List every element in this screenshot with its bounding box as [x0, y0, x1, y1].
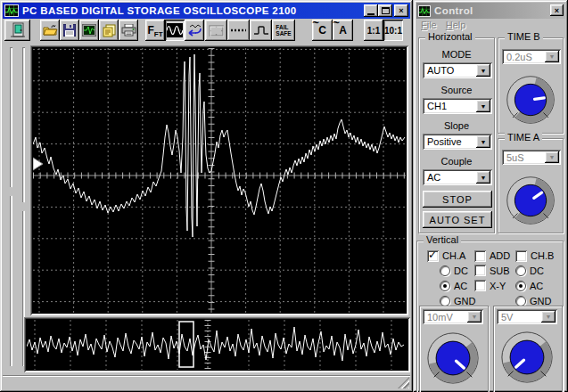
time-b-knob[interactable] [505, 74, 556, 126]
volts-b-knob[interactable] [499, 330, 555, 385]
display-button[interactable] [79, 20, 99, 41]
chb-dc-radio[interactable] [515, 265, 526, 276]
couple-combobox[interactable]: AC ▼ [423, 169, 492, 185]
volts-a-knob[interactable] [425, 331, 481, 386]
chevron-down-icon: ▼ [481, 175, 487, 181]
maximize-icon [382, 7, 390, 14]
mode-label: MODE [419, 49, 494, 60]
slope-combo-arrow[interactable]: ▼ [476, 135, 490, 148]
menu-file[interactable]: File [421, 20, 437, 30]
calibrate-a-label: ~A [339, 24, 347, 37]
pulse-icon [253, 24, 269, 37]
time-a-combo-arrow[interactable]: ▼ [545, 151, 559, 163]
time-b-combo-arrow[interactable]: ▼ [545, 51, 559, 62]
sub-label: SUB [490, 265, 510, 276]
close-button[interactable]: × [394, 4, 408, 17]
source-label: Source [419, 85, 494, 95]
couple-combo-arrow[interactable]: ▼ [476, 171, 490, 184]
control-title: Control [434, 5, 473, 16]
cha-label: CH.A [442, 250, 465, 261]
return-arrow-icon [186, 23, 202, 37]
sub-checkbox[interactable]: ✓ [474, 265, 486, 276]
source-combobox[interactable]: CH1 ▼ [423, 98, 492, 114]
volts-b-combobox[interactable]: 5V ▼ [497, 309, 557, 324]
stop-button[interactable]: STOP [423, 191, 492, 208]
zoom-window-selector[interactable] [179, 322, 193, 367]
preview-graticule [27, 320, 407, 370]
control-titlebar[interactable]: Control × [416, 3, 565, 19]
control-menubar: File Help [421, 20, 474, 30]
minimize-button[interactable] [364, 4, 378, 17]
main-display-graticule [33, 48, 406, 313]
chb-dc-label: DC [530, 265, 544, 276]
chevron-down-icon: ▼ [546, 314, 552, 320]
trigger-level-marker[interactable] [33, 158, 43, 170]
time-a-combobox[interactable]: 5uS ▼ [502, 150, 561, 165]
chevron-down-icon: ▼ [549, 53, 556, 60]
chb-label: CH.B [531, 250, 554, 261]
time-a-knob[interactable] [505, 175, 556, 226]
print-button[interactable] [119, 20, 138, 41]
time-b-combobox[interactable]: 0.2uS ▼ [502, 49, 561, 64]
time-b-label: TIME B [505, 31, 543, 42]
chevron-down-icon: ▼ [549, 154, 556, 160]
grid-toggle-button[interactable] [205, 20, 227, 41]
undo-sweep-button[interactable] [185, 20, 204, 41]
waveform-mode-button[interactable] [165, 20, 185, 41]
chb-ac-label: AC [530, 281, 543, 291]
autoset-button[interactable]: AUTO SET [423, 211, 492, 228]
calibrate-a-button[interactable]: ~A [333, 20, 353, 41]
save-button[interactable] [60, 20, 79, 41]
cha-dc-radio[interactable] [440, 265, 450, 276]
probe-1to1-button[interactable]: 1:1 [364, 20, 383, 41]
cha-checkbox[interactable]: ✓ [427, 250, 439, 262]
volts-a-combo-arrow[interactable]: ▼ [467, 311, 482, 323]
open-button[interactable] [40, 20, 60, 41]
chevron-down-icon: ▼ [472, 314, 478, 320]
cha-ac-radio[interactable] [440, 281, 450, 291]
dotted-line-button[interactable] [227, 20, 250, 41]
window-title: PC BASED DIGITAL STORAGE OSCILLOSCOPE 21… [22, 5, 297, 16]
fft-button[interactable]: FFT [145, 20, 165, 41]
probe-10to1-button[interactable]: 10:1 [383, 20, 403, 41]
sine-display-icon [167, 23, 183, 37]
xy-label: X-Y [490, 281, 506, 291]
step-wave-button[interactable] [250, 20, 272, 41]
xy-checkbox[interactable]: ✓ [474, 280, 486, 291]
crt-waveform-icon [82, 24, 96, 37]
chb-checkbox[interactable]: ✓ [515, 250, 527, 262]
add-label: ADD [490, 250, 510, 261]
control-close-button[interactable]: × [550, 4, 564, 16]
exit-button[interactable] [4, 20, 30, 41]
grid-icon [209, 25, 224, 37]
control-icon [418, 5, 431, 17]
main-titlebar[interactable]: PC BASED DIGITAL STORAGE OSCILLOSCOPE 21… [3, 3, 410, 19]
check-icon: ✓ [428, 249, 437, 261]
volts-a-combobox[interactable]: 10mV ▼ [423, 309, 483, 324]
maximize-button[interactable] [378, 4, 392, 17]
trigger-slider-thumb[interactable] [4, 187, 17, 196]
floppy-disk-icon [63, 24, 76, 37]
calibrate-c-button[interactable]: ~C [312, 20, 333, 41]
offset-slider-thumb[interactable] [16, 202, 29, 211]
mode-combobox[interactable]: AUTO ▼ [423, 62, 492, 78]
time-a-label: TIME A [505, 132, 542, 143]
mode-combo-arrow[interactable]: ▼ [476, 64, 490, 77]
add-checkbox[interactable]: ✓ [474, 250, 486, 262]
open-folder-icon [43, 24, 58, 37]
source-combo-arrow[interactable]: ▼ [476, 100, 490, 112]
failsafe-button[interactable]: FAILSAFE [272, 20, 295, 41]
app-icon [4, 4, 19, 17]
slope-combobox[interactable]: Positive ▼ [423, 134, 492, 150]
slope-label: Slope [419, 120, 494, 131]
chb-ac-radio[interactable] [515, 281, 526, 291]
menu-help[interactable]: Help [446, 20, 466, 30]
close-icon: × [399, 6, 403, 15]
resize-grip[interactable] [398, 377, 409, 388]
trigger-slider-track[interactable] [10, 47, 12, 366]
status-bar [3, 375, 410, 389]
volts-b-combo-arrow[interactable]: ▼ [541, 311, 556, 323]
control-window: Control × File Help Horizontal MODE AUTO… [414, 0, 568, 392]
vertical-group: Vertical ✓ CH.A ✓ ADD ✓ CH.B DC ✓ SUB DC… [416, 241, 564, 392]
copy-button[interactable] [99, 20, 119, 41]
